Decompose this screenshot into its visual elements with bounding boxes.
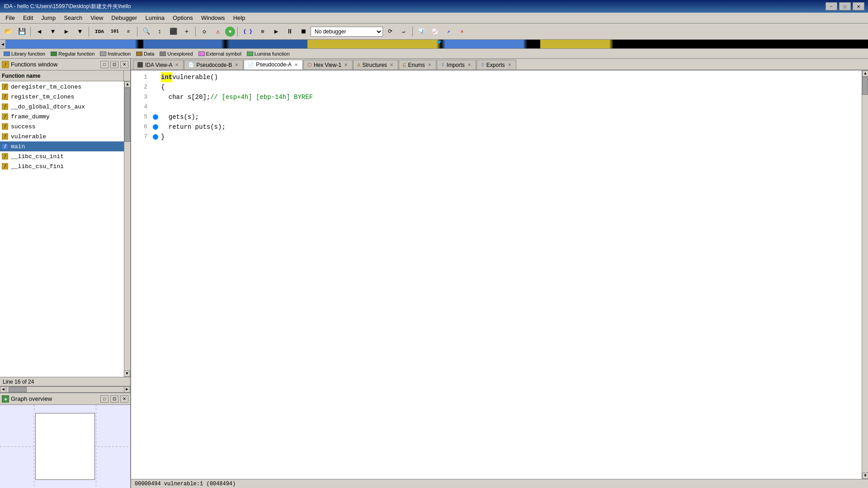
nav-right-arrow[interactable]: ▶ [863,42,868,47]
tab-ida-view-a[interactable]: ⬛ IDA View-A ✕ [133,60,184,70]
tab-exports[interactable]: ⇧ Exports ✕ [476,60,516,70]
legend-instruction: Instruction [100,51,131,56]
code-scroll-thumb[interactable] [862,77,868,95]
back-arrow[interactable]: ▼ [47,26,59,38]
debug-run[interactable]: ▶ [270,26,283,38]
lumina-btn4[interactable]: ✕ [456,26,468,38]
code-scroll-up[interactable]: ▲ [862,70,868,77]
open-button[interactable]: 📂 [2,26,14,38]
func-vulnerable[interactable]: 𝑓 vulnerable [0,131,130,141]
graph-overview-header: ◈ Graph overview □ ⊡ ✕ [0,393,130,405]
nav-left-arrow[interactable]: ◀ [0,42,5,47]
tab-structures[interactable]: A Structures ✕ [353,60,398,70]
func-scroll-thumb[interactable] [124,88,130,142]
func-hscroll-thumb[interactable] [9,387,27,392]
menu-options[interactable]: Options [169,14,197,22]
menu-help[interactable]: Help [230,14,249,22]
back-button[interactable]: ◀ [33,26,46,38]
func-hscroll-right[interactable]: ▶ [124,386,130,393]
legend-library-label: Library function [11,51,45,56]
legend-lumina-label: Lumina function [255,51,290,56]
hex-button[interactable]: 101 [108,26,121,38]
tab-pseudob-close[interactable]: ✕ [234,62,239,68]
maximize-button[interactable]: □ [839,2,851,10]
tab-hex-view-1[interactable]: ⬡ Hex View-1 ✕ [303,60,353,70]
code-with-scroll: 1 int vulnerable() 2 { 3 [131,70,868,479]
xref-button[interactable]: ↕ [153,26,166,38]
func-do-global[interactable]: 𝑓 __do_global_dtors_aux [0,102,130,112]
func-libc-csu-fini[interactable]: 𝑓 __libc_csu_fini [0,161,130,171]
lumina-btn3[interactable]: ↗ [442,26,455,38]
lumina-btn1[interactable]: 📊 [415,26,428,38]
func-libc-csu-init[interactable]: 𝑓 __libc_csu_init [0,151,130,161]
tab-export-close[interactable]: ✕ [507,62,512,68]
menu-debugger[interactable]: Debugger [108,14,141,22]
tab-pseudoa-close[interactable]: ✕ [293,62,299,67]
attach-button[interactable]: ⟳ [384,26,396,38]
menu-file[interactable]: File [2,14,19,22]
function-list: 𝑓 deregister_tm_clones 𝑓 register_tm_clo… [0,81,130,172]
start-proc-button[interactable]: ● [225,27,235,37]
tab-enum-close[interactable]: ✕ [427,62,432,68]
tab-pseudocode-a[interactable]: 📄 Pseudocode-A ✕ [244,60,303,70]
patch-button[interactable]: ⊞ [256,26,269,38]
lumina-btn2[interactable]: 📈 [429,26,441,38]
graph-button[interactable]: ⬛ [167,26,179,38]
go-restore-btn[interactable]: □ [100,395,108,403]
menu-lumina[interactable]: Lumina [142,14,168,22]
close-button[interactable]: ✕ [853,2,864,10]
menu-windows[interactable]: Windows [198,14,229,22]
menu-view[interactable]: View [87,14,107,22]
tab-struct-close[interactable]: ✕ [389,62,394,68]
func-vscroll[interactable]: ▲ ▼ [124,81,130,377]
func-success[interactable]: 𝑓 success [0,122,130,131]
code-scroll-down[interactable]: ▼ [862,473,868,479]
func-main[interactable]: 𝑓 main [0,141,130,151]
minimize-button[interactable]: − [826,2,837,10]
func-register[interactable]: 𝑓 register_tm_clones [0,92,130,102]
tab-hex-close[interactable]: ✕ [343,62,349,68]
go-float-btn[interactable]: ⊡ [110,395,118,403]
import-icon: ⇩ [441,62,445,68]
tab-ida-close[interactable]: ✕ [174,62,179,68]
debug-pause[interactable]: ⏸ [283,26,296,38]
func-hscroll-track[interactable] [6,386,124,393]
go-close-btn[interactable]: ✕ [120,395,128,403]
menu-jump[interactable]: Jump [38,14,59,22]
segments-button[interactable]: ≡ [122,26,135,38]
legend-regular-label: Regular function [58,51,94,56]
debugger-select[interactable]: No debugger [311,27,383,37]
decompile-btn[interactable]: { } [240,26,255,38]
forward-arrow[interactable]: ▼ [74,26,86,38]
debug-stop[interactable]: ⏹ [297,26,310,38]
fw-restore-btn[interactable]: □ [100,61,108,68]
run-button[interactable]: ⚠ [212,26,224,38]
legend-unexplored-box [160,52,166,56]
search-btn[interactable]: 🔍 [140,26,152,38]
func-hscroll[interactable]: ◀ ▶ [0,386,130,392]
forward-button[interactable]: ▶ [60,26,73,38]
tab-enums[interactable]: E Enums ✕ [399,60,436,70]
legend-data-box [136,52,142,56]
layout-button[interactable]: + [180,26,193,38]
export-icon: ⇧ [481,62,485,68]
menu-search[interactable]: Search [60,14,86,22]
menu-edit[interactable]: Edit [19,14,37,22]
code-area[interactable]: 1 int vulnerable() 2 { 3 [131,70,862,479]
func-scroll-down[interactable]: ▼ [124,371,130,377]
code-vscroll[interactable]: ▲ ▼ [862,70,868,479]
tab-pseudocode-b[interactable]: 📄 Pseudocode-B ✕ [184,60,243,70]
code-line-5: 5 gets(s); [131,112,862,122]
fw-close-btn[interactable]: ✕ [120,61,128,68]
save-button[interactable]: 💾 [15,26,28,38]
func-deregister[interactable]: 𝑓 deregister_tm_clones [0,82,130,92]
disasm-button[interactable]: IDA [91,26,108,38]
tab-imports[interactable]: ⇩ Imports ✕ [437,60,476,70]
func-frame-dummy[interactable]: 𝑓 frame_dummy [0,112,130,122]
func-scroll-up[interactable]: ▲ [124,81,130,88]
breakpoint-button[interactable]: ◇ [198,26,211,38]
tab-import-close[interactable]: ✕ [467,62,472,68]
fw-float-btn[interactable]: ⊡ [110,61,118,68]
func-hscroll-left[interactable]: ◀ [0,386,6,393]
detach-button[interactable]: ↵ [397,26,410,38]
